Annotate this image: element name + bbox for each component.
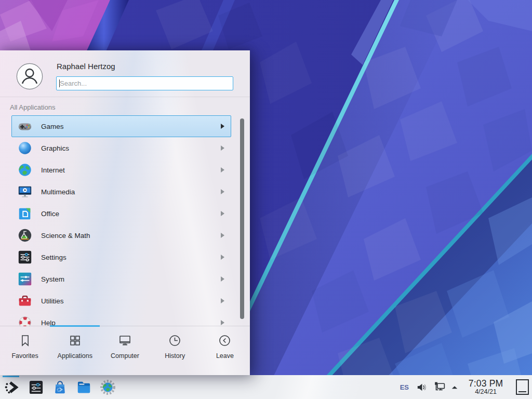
category-list: GamesGraphicsInternetMultimediaOfficeSci… [0, 115, 250, 326]
tab-favorites[interactable]: Favorites [0, 326, 50, 375]
discover-button[interactable] [48, 375, 72, 399]
tab-label: Applications [58, 352, 92, 360]
app-launcher-button[interactable] [0, 375, 24, 399]
internet-icon [17, 162, 33, 178]
leave-icon [218, 334, 232, 348]
science-icon [17, 228, 33, 243]
help-icon [17, 315, 33, 326]
category-item-science-math[interactable]: Science & Math [11, 224, 231, 246]
tab-label: Computer [111, 352, 139, 360]
user-avatar [16, 63, 43, 90]
kickoff-icon [4, 379, 20, 395]
tab-label: History [165, 352, 185, 360]
submenu-arrow-icon [221, 124, 224, 129]
category-label: Settings [41, 254, 66, 261]
utilities-icon [17, 293, 33, 309]
category-item-utilities[interactable]: Utilities [11, 290, 231, 312]
submenu-arrow-icon [221, 255, 224, 260]
tab-label: Favorites [11, 352, 38, 360]
taskbar-panel: ES 7:03 PM 4/24/21 [0, 375, 532, 399]
submenu-arrow-icon [221, 167, 224, 172]
submenu-arrow-icon [221, 189, 224, 194]
file-manager-icon [76, 379, 92, 395]
computer-icon [118, 334, 132, 348]
tab-applications[interactable]: Applications [50, 326, 100, 375]
category-item-office[interactable]: Office [11, 203, 231, 224]
list-scrollbar-thumb[interactable] [240, 118, 244, 319]
clock-date: 4/24/21 [464, 389, 508, 395]
tab-computer[interactable]: Computer [100, 326, 150, 375]
clock-time: 7:03 PM [464, 379, 508, 389]
tab-leave[interactable]: Leave [200, 326, 250, 375]
category-item-multimedia[interactable]: Multimedia [11, 181, 231, 203]
games-icon [17, 118, 33, 134]
category-item-games[interactable]: Games [11, 115, 231, 137]
discover-icon [52, 379, 68, 395]
favorites-icon [18, 334, 32, 348]
network-icon[interactable] [433, 381, 446, 394]
category-label: Internet [41, 166, 65, 174]
submenu-arrow-icon [221, 145, 224, 151]
section-label: All Applications [10, 103, 55, 111]
category-label: Multimedia [41, 188, 75, 196]
active-task-indicator [3, 376, 19, 377]
settings-icon [17, 249, 33, 265]
category-item-internet[interactable]: Internet [11, 159, 231, 181]
application-launcher-menu: Raphael Hertzog All Applications GamesGr… [0, 50, 250, 375]
text-cursor [59, 79, 60, 87]
category-label: Games [41, 123, 64, 130]
web-browser-icon [100, 379, 116, 395]
category-label: System [41, 275, 64, 283]
history-icon [168, 334, 182, 348]
submenu-arrow-icon [221, 276, 224, 282]
taskbar-launchers [0, 375, 119, 399]
submenu-arrow-icon [221, 320, 224, 325]
tab-history[interactable]: History [150, 326, 200, 375]
category-label: Utilities [41, 297, 64, 305]
show-desktop-button[interactable] [516, 379, 529, 395]
office-icon [17, 206, 33, 221]
submenu-arrow-icon [221, 211, 224, 216]
volume-icon[interactable] [416, 381, 428, 393]
graphics-icon [17, 140, 33, 156]
launcher-tab-bar: FavoritesApplicationsComputerHistoryLeav… [0, 326, 250, 375]
expand-tray-arrow-icon[interactable] [451, 385, 458, 390]
digital-clock[interactable]: 7:03 PM 4/24/21 [464, 379, 508, 395]
active-tab-indicator [50, 325, 100, 327]
user-name: Raphael Hertzog [57, 62, 115, 71]
submenu-arrow-icon [221, 298, 224, 303]
category-label: Graphics [41, 144, 69, 152]
file-manager-button[interactable] [72, 375, 96, 399]
applications-icon [68, 334, 82, 348]
system-settings-button[interactable] [24, 375, 48, 399]
category-label: Science & Math [41, 232, 90, 240]
category-item-settings[interactable]: Settings [11, 246, 231, 268]
multimedia-icon [17, 184, 33, 200]
header-divider [0, 97, 250, 97]
tabs: FavoritesApplicationsComputerHistoryLeav… [0, 326, 250, 375]
system-icon [17, 271, 33, 287]
tab-label: Leave [216, 352, 234, 360]
category-item-graphics[interactable]: Graphics [11, 137, 231, 159]
category-item-system[interactable]: System [11, 268, 231, 290]
system-tray: ES 7:03 PM 4/24/21 [400, 375, 532, 399]
search-input[interactable] [56, 76, 233, 90]
submenu-arrow-icon [221, 233, 224, 238]
category-item-help[interactable]: Help [11, 312, 231, 326]
category-label: Office [41, 210, 59, 218]
web-browser-button[interactable] [96, 375, 119, 399]
system-settings-icon [28, 379, 44, 395]
keyboard-layout-indicator[interactable]: ES [400, 383, 409, 391]
